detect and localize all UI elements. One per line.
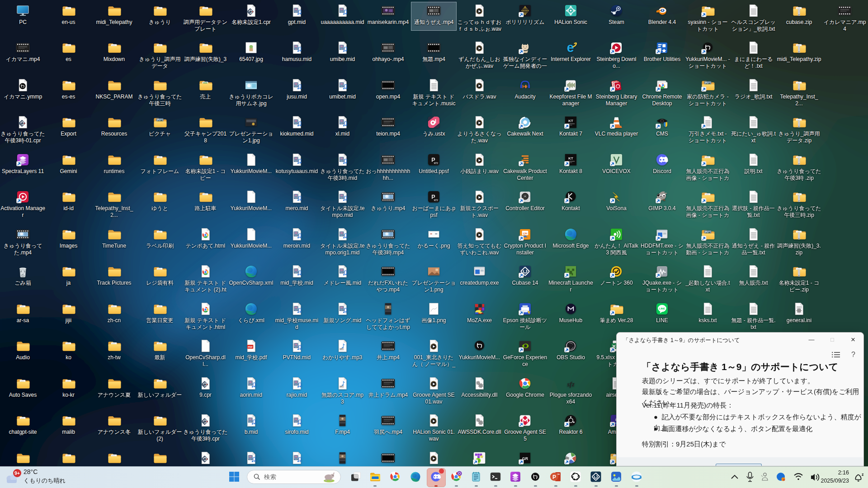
svg-text:2:16: 2:16 xyxy=(838,469,849,476)
svg-text:z: z xyxy=(862,472,864,477)
svg-text:9+: 9+ xyxy=(14,470,20,476)
svg-text:P: P xyxy=(552,474,556,480)
svg-text:2025/09/23: 2025/09/23 xyxy=(821,478,849,484)
